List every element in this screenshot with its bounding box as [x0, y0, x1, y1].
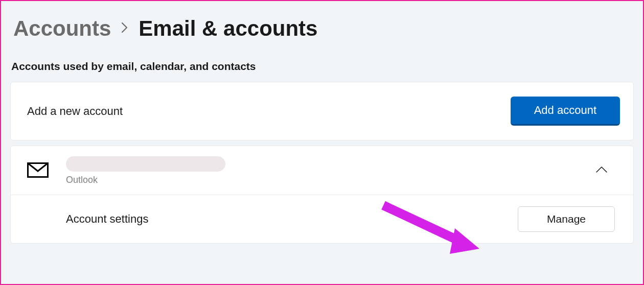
account-type-label: Outlook: [66, 175, 225, 185]
account-info: Outlook: [66, 156, 225, 185]
add-account-label: Add a new account: [27, 105, 123, 118]
breadcrumb: Accounts Email & accounts: [10, 16, 634, 41]
account-card: Outlook Account settings Manage: [10, 146, 634, 244]
section-heading: Accounts used by email, calendar, and co…: [10, 60, 634, 73]
chevron-up-icon[interactable]: [595, 166, 608, 175]
account-settings-row: Account settings Manage: [11, 195, 633, 243]
account-header-row[interactable]: Outlook: [11, 146, 633, 195]
chevron-right-icon: [121, 21, 128, 37]
add-account-button[interactable]: Add account: [511, 97, 620, 126]
add-account-card: Add a new account Add account: [10, 82, 634, 140]
breadcrumb-parent-link[interactable]: Accounts: [13, 16, 111, 41]
mail-icon: [27, 162, 49, 180]
breadcrumb-current: Email & accounts: [139, 16, 317, 41]
account-name-redacted: [66, 156, 225, 172]
account-settings-label: Account settings: [66, 212, 148, 226]
manage-button[interactable]: Manage: [518, 206, 615, 232]
